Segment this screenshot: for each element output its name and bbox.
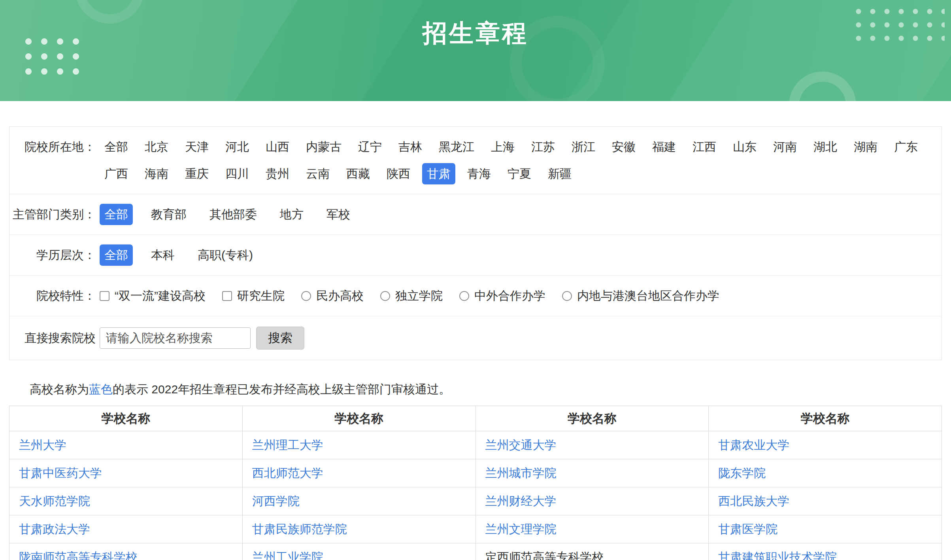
location-option[interactable]: 福建 — [647, 136, 681, 158]
filter-label-location: 院校所在地： — [9, 136, 96, 158]
location-option[interactable]: 四川 — [221, 163, 254, 184]
school-link[interactable]: 西北民族大学 — [718, 494, 789, 507]
location-option[interactable]: 河北 — [221, 136, 254, 158]
school-link[interactable]: 甘肃农业大学 — [718, 438, 789, 451]
school-link[interactable]: 兰州文理学院 — [485, 522, 557, 536]
school-cell: 兰州大学 — [9, 431, 243, 459]
filter-label-features: 院校特性： — [9, 285, 96, 306]
table-row: 兰州大学兰州理工大学兰州交通大学甘肃农业大学 — [9, 431, 942, 459]
school-link[interactable]: 兰州工业学院 — [252, 551, 323, 560]
radio-icon[interactable] — [301, 291, 311, 301]
school-link[interactable]: 陇东学院 — [718, 466, 766, 479]
checkbox-icon[interactable] — [100, 291, 109, 301]
school-cell: 甘肃医学院 — [709, 515, 942, 543]
feature-option[interactable]: 民办高校 — [301, 285, 364, 306]
location-option[interactable]: 山东 — [728, 136, 761, 158]
feature-option[interactable]: 独立学院 — [380, 285, 443, 306]
column-header: 学校名称 — [9, 406, 243, 431]
feature-option[interactable]: 研究生院 — [222, 285, 285, 306]
search-button[interactable]: 搜索 — [256, 327, 304, 350]
school-link[interactable]: 陇南师范高等专科学校 — [19, 551, 138, 560]
department-option[interactable]: 地方 — [275, 204, 308, 225]
school-link[interactable]: 兰州交通大学 — [485, 438, 557, 451]
location-option[interactable]: 重庆 — [180, 163, 213, 184]
school-link[interactable]: 甘肃中医药大学 — [19, 466, 102, 479]
department-option[interactable]: 军校 — [322, 204, 355, 225]
feature-label: 内地与港澳台地区合作办学 — [577, 285, 719, 306]
school-cell: 兰州财经大学 — [475, 487, 709, 515]
location-option[interactable]: 河南 — [768, 136, 802, 158]
filter-label-level: 学历层次： — [9, 244, 96, 266]
school-link[interactable]: 兰州城市学院 — [485, 466, 557, 479]
filter-label-search: 直接搜索院校 — [9, 327, 96, 349]
radio-icon[interactable] — [459, 291, 469, 301]
school-link[interactable]: 甘肃建筑职业技术学院 — [718, 551, 837, 560]
feature-option[interactable]: “双一流”建设高校 — [100, 285, 206, 306]
school-link[interactable]: 天水师范学院 — [19, 494, 90, 507]
location-option[interactable]: 广东 — [889, 136, 923, 158]
location-option[interactable]: 西藏 — [342, 163, 375, 184]
level-option-selected[interactable]: 全部 — [100, 244, 133, 266]
filter-panel: 院校所在地： 全部北京天津河北山西内蒙古辽宁吉林黑龙江上海江苏浙江安徽福建江西山… — [9, 126, 942, 360]
department-option-selected[interactable]: 全部 — [100, 204, 133, 225]
location-option[interactable]: 陕西 — [382, 163, 415, 184]
location-option[interactable]: 湖南 — [849, 136, 882, 158]
school-link[interactable]: 河西学院 — [252, 494, 300, 507]
location-option[interactable]: 山西 — [261, 136, 294, 158]
location-option[interactable]: 贵州 — [261, 163, 294, 184]
location-option[interactable]: 吉林 — [394, 136, 427, 158]
school-cell: 兰州工业学院 — [242, 543, 475, 560]
school-table: 学校名称学校名称学校名称学校名称 兰州大学兰州理工大学兰州交通大学甘肃农业大学甘… — [9, 406, 942, 560]
location-option[interactable]: 宁夏 — [503, 163, 536, 184]
school-cell: 甘肃建筑职业技术学院 — [709, 543, 942, 560]
location-option[interactable]: 海南 — [140, 163, 173, 184]
location-option[interactable]: 上海 — [486, 136, 519, 158]
school-cell: 兰州城市学院 — [475, 459, 709, 487]
radio-icon[interactable] — [380, 291, 390, 301]
department-options-row: 全部教育部其他部委地方军校 — [100, 204, 942, 225]
location-option[interactable]: 新疆 — [543, 163, 576, 184]
location-option[interactable]: 浙江 — [567, 136, 600, 158]
department-option[interactable]: 教育部 — [146, 204, 191, 225]
checkbox-icon[interactable] — [222, 291, 232, 301]
feature-option[interactable]: 中外合作办学 — [459, 285, 545, 306]
level-option[interactable]: 高职(专科) — [193, 244, 258, 266]
level-options-row: 全部本科高职(专科) — [100, 244, 942, 266]
location-option[interactable]: 安徽 — [607, 136, 640, 158]
school-cell: 兰州交通大学 — [475, 431, 709, 459]
location-option[interactable]: 云南 — [301, 163, 334, 184]
school-cell: 西北师范大学 — [242, 459, 475, 487]
level-option[interactable]: 本科 — [146, 244, 179, 266]
location-option[interactable]: 天津 — [180, 136, 213, 158]
location-option[interactable]: 北京 — [140, 136, 173, 158]
search-input[interactable] — [100, 327, 251, 349]
feature-label: 中外合作办学 — [474, 285, 545, 306]
location-option[interactable]: 内蒙古 — [301, 136, 346, 158]
feature-label: 研究生院 — [237, 285, 285, 306]
school-cell: 兰州理工大学 — [242, 431, 475, 459]
ring-decoration — [789, 71, 856, 101]
location-option[interactable]: 湖北 — [809, 136, 842, 158]
column-header: 学校名称 — [475, 406, 709, 431]
location-option[interactable]: 江西 — [688, 136, 721, 158]
location-option[interactable]: 青海 — [462, 163, 496, 184]
radio-icon[interactable] — [562, 291, 572, 301]
location-option[interactable]: 广西 — [100, 163, 133, 184]
location-option[interactable]: 黑龙江 — [434, 136, 479, 158]
department-option[interactable]: 其他部委 — [205, 204, 262, 225]
school-link[interactable]: 兰州大学 — [19, 438, 66, 451]
school-link[interactable]: 甘肃民族师范学院 — [252, 522, 347, 536]
location-option[interactable]: 辽宁 — [353, 136, 387, 158]
school-link[interactable]: 兰州理工大学 — [252, 438, 323, 451]
location-options-row1: 全部北京天津河北山西内蒙古辽宁吉林黑龙江上海江苏浙江安徽福建江西山东河南湖北湖南… — [100, 136, 942, 158]
location-option-selected[interactable]: 甘肃 — [422, 163, 455, 184]
location-option[interactable]: 江苏 — [526, 136, 560, 158]
filter-label-department: 主管部门类别： — [9, 204, 96, 225]
school-link[interactable]: 兰州财经大学 — [485, 494, 557, 507]
feature-option[interactable]: 内地与港澳台地区合作办学 — [562, 285, 719, 306]
school-link[interactable]: 西北师范大学 — [252, 466, 323, 479]
school-link[interactable]: 甘肃医学院 — [718, 522, 777, 536]
table-row: 天水师范学院河西学院兰州财经大学西北民族大学 — [9, 487, 942, 515]
location-option[interactable]: 全部 — [100, 136, 133, 158]
school-link[interactable]: 甘肃政法大学 — [19, 522, 90, 536]
